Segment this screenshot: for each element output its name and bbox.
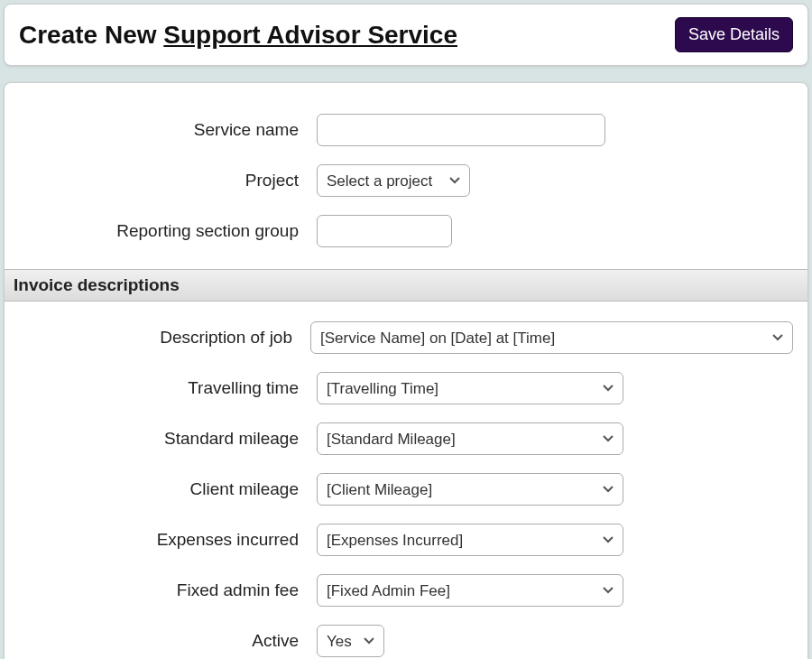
label-project: Project xyxy=(19,171,317,190)
header-panel: Create New Support Advisor Service Save … xyxy=(4,4,808,66)
row-active: Active Yes xyxy=(5,616,807,659)
label-expenses-incurred: Expenses incurred xyxy=(19,530,317,550)
client-mileage-select[interactable]: [Client Mileage] xyxy=(317,473,623,506)
row-description-of-job: Description of job [Service Name] on [Da… xyxy=(5,312,807,363)
fixed-admin-fee-select[interactable]: [Fixed Admin Fee] xyxy=(317,574,623,607)
save-button[interactable]: Save Details xyxy=(675,17,793,52)
row-client-mileage: Client mileage [Client Mileage] xyxy=(5,464,807,515)
travelling-time-select[interactable]: [Travelling Time] xyxy=(317,372,623,404)
form-panel: Service name Project Select a project Re… xyxy=(4,82,808,659)
input-col: Yes xyxy=(317,625,793,657)
row-travelling-time: Travelling time [Travelling Time] xyxy=(5,363,807,413)
reporting-group-input[interactable] xyxy=(317,215,452,247)
input-col: Select a project xyxy=(317,164,793,197)
label-reporting-group: Reporting section group xyxy=(19,221,317,241)
label-service-name: Service name xyxy=(19,120,317,140)
row-fixed-admin-fee: Fixed admin fee [Fixed Admin Fee] xyxy=(5,565,807,616)
label-standard-mileage: Standard mileage xyxy=(19,429,317,449)
row-expenses-incurred: Expenses incurred [Expenses Incurred] xyxy=(5,515,807,565)
description-of-job-select[interactable]: [Service Name] on [Date] at [Time] xyxy=(310,321,793,354)
input-col: [Standard Mileage] xyxy=(317,422,793,455)
input-col: [Client Mileage] xyxy=(317,473,793,506)
expenses-incurred-select[interactable]: [Expenses Incurred] xyxy=(317,524,623,556)
project-select[interactable]: Select a project xyxy=(317,164,470,197)
row-service-name: Service name xyxy=(5,105,807,155)
label-client-mileage: Client mileage xyxy=(19,479,317,499)
label-active: Active xyxy=(19,631,317,651)
page-title: Create New Support Advisor Service xyxy=(19,21,457,50)
label-description-of-job: Description of job xyxy=(19,328,310,348)
row-standard-mileage: Standard mileage [Standard Mileage] xyxy=(5,413,807,464)
standard-mileage-select[interactable]: [Standard Mileage] xyxy=(317,422,623,455)
section-invoice-descriptions: Invoice descriptions xyxy=(5,269,807,302)
input-col: [Expenses Incurred] xyxy=(317,524,793,556)
input-col: [Service Name] on [Date] at [Time] xyxy=(310,321,793,354)
input-col xyxy=(317,215,793,247)
title-emphasis: Support Advisor Service xyxy=(163,21,457,49)
label-travelling-time: Travelling time xyxy=(19,378,317,398)
input-col xyxy=(317,114,793,146)
input-col: [Travelling Time] xyxy=(317,372,793,404)
title-prefix: Create New xyxy=(19,21,163,49)
row-project: Project Select a project xyxy=(5,155,807,206)
service-name-input[interactable] xyxy=(317,114,605,146)
label-fixed-admin-fee: Fixed admin fee xyxy=(19,580,317,600)
row-reporting-group: Reporting section group xyxy=(5,206,807,256)
active-select[interactable]: Yes xyxy=(317,625,384,657)
input-col: [Fixed Admin Fee] xyxy=(317,574,793,607)
